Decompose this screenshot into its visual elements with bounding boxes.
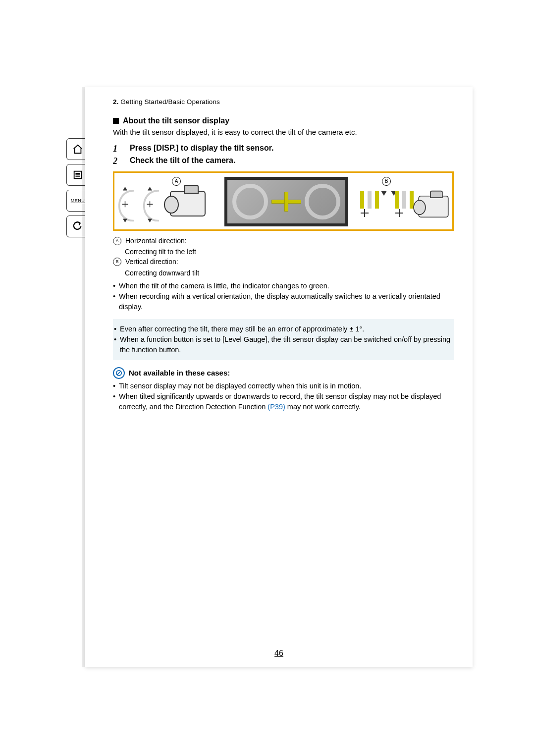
horizontal-tilt-glyph [120, 177, 214, 226]
page-ref-link[interactable]: (P39) [268, 403, 285, 411]
prohibit-icon [113, 367, 125, 379]
tilt-illustration: A B [113, 171, 454, 231]
section-heading-text: About the tilt sensor display [123, 116, 229, 125]
not-available-heading-text: Not available in these cases: [129, 369, 230, 377]
svg-line-5 [117, 371, 121, 375]
na-bullet: When tilted significantly upwards or dow… [113, 391, 454, 412]
info-bullet: When recording with a vertical orientati… [113, 291, 454, 312]
breadcrumb-number: 2. [113, 98, 118, 106]
vertical-tilt-glyph [357, 177, 451, 226]
legend-a-detail: Correcting tilt to the left [113, 247, 454, 257]
step-text: Check the tilt of the camera. [130, 156, 454, 166]
legend-b-detail: Correcting downward tilt [113, 268, 454, 278]
toc-icon [72, 169, 83, 180]
legend-label: B [113, 258, 121, 266]
camera-icon [170, 191, 206, 216]
step-number: 1 [113, 144, 124, 154]
lcd-preview [224, 177, 348, 226]
steps: 1 Press [DISP.] to display the tilt sens… [113, 144, 454, 166]
step-number: 2 [113, 156, 124, 166]
note-bullet: Even after correcting the tilt, there ma… [114, 324, 451, 334]
page-sheet: 2. Getting Started/Basic Operations Abou… [85, 87, 473, 667]
info-bullets: When the tilt of the camera is little, t… [113, 281, 454, 312]
menu-label: MENU [71, 198, 85, 203]
breadcrumb: 2. Getting Started/Basic Operations [113, 98, 454, 106]
legend-a-title: Horizontal direction: [125, 236, 187, 246]
square-bullet-icon [113, 118, 119, 124]
not-available-bullets: Tilt sensor display may not be displayed… [113, 381, 454, 412]
breadcrumb-title: Getting Started/Basic Operations [120, 98, 220, 106]
note-bullet: When a function button is set to [Level … [114, 334, 451, 355]
page-number[interactable]: 46 [85, 649, 473, 658]
legend-label: A [113, 237, 121, 245]
back-icon [72, 221, 83, 232]
intro-text: With the tilt sensor displayed, it is ea… [113, 127, 454, 138]
info-bullet: When the tilt of the camera is little, t… [113, 281, 454, 291]
diagram-legend: A Horizontal direction: Correcting tilt … [113, 236, 454, 278]
na-bullet: Tilt sensor display may not be displayed… [113, 381, 454, 391]
note-box: Even after correcting the tilt, there ma… [113, 319, 454, 360]
section-heading: About the tilt sensor display [113, 116, 454, 125]
legend-b-title: Vertical direction: [125, 257, 178, 267]
step-text: Press [DISP.] to display the tilt sensor… [130, 144, 454, 154]
camera-icon [418, 196, 448, 217]
na-bullet-text-b: may not work correctly. [285, 403, 361, 411]
home-icon [72, 144, 83, 155]
not-available-heading: Not available in these cases: [113, 367, 454, 379]
